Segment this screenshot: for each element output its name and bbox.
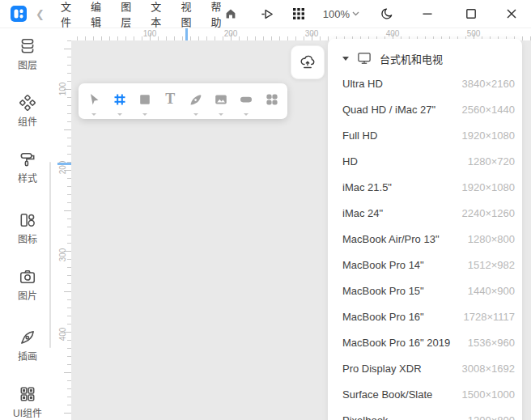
panel-section-title: 台式机和电视 [380,51,443,66]
components-icon [19,94,36,112]
ruler-label: 100 [58,83,67,96]
grid-apps-icon[interactable] [291,6,307,22]
upload-button[interactable] [291,45,325,79]
menu-text[interactable]: 文本 [151,0,162,29]
image-tool[interactable] [211,83,231,119]
frame-tool[interactable] [110,83,130,119]
component-icon [264,91,280,108]
window-minimize-button[interactable] [419,6,435,22]
home-icon[interactable] [223,6,239,22]
ruler-cursor-marker [57,163,71,165]
back-chevron-icon[interactable]: ❮ [36,9,45,19]
ruler-label: 300 [305,29,319,38]
ruler-cursor-marker [185,28,188,40]
menu-file[interactable]: 文件 [61,0,72,29]
preset-row[interactable]: MacBook Pro 15" 1440×900 [328,278,522,303]
camera-icon [19,268,36,286]
sidebar-item-components[interactable]: 组件 [0,94,55,128]
text-tool[interactable]: T [160,83,180,119]
dark-mode-moon-icon[interactable] [379,6,395,22]
panel-section-header[interactable]: 台式机和电视 [328,46,522,70]
rectangle-icon [137,91,153,108]
tool-dropdown-caret[interactable] [91,113,96,116]
preset-row[interactable]: MacBook Pro 14" 1512×982 [328,252,522,278]
tool-dropdown-caret[interactable] [244,113,249,116]
left-sidebar: 图层 组件 样式 图标 [0,28,55,420]
preset-row[interactable]: Pro Display XDR 3008×1692 [328,355,522,381]
pen-icon [188,91,204,108]
layers-icon [19,37,36,55]
pen-tool[interactable] [186,83,206,119]
ui-kit-icon [19,385,36,403]
preset-row[interactable]: Quad HD / iMac 27" 2560×1440 [328,96,522,122]
menu-layer[interactable]: 图层 [121,0,132,29]
canvas-toolbar: T [79,83,287,119]
preset-row[interactable]: MacBook Pro 16" 2019 1536×960 [328,329,522,355]
move-tool[interactable] [84,83,104,119]
menu-items: 文件 编辑 图层 文本 视图 帮助 [61,0,223,29]
vertical-ruler: 100 200 300 400 [55,40,71,420]
icon-library-icon [19,211,36,229]
device-preset-panel: 台式机和电视 Ultra HD 3840×2160 Quad HD / iMac… [328,39,522,420]
menu-edit[interactable]: 编辑 [91,0,102,29]
present-icon[interactable] [260,6,276,22]
ruler-label: 100 [143,29,157,38]
sidebar-item-icons[interactable]: 图标 [0,211,55,245]
collapse-triangle-icon [342,57,349,61]
ruler-label: 200 [224,29,238,38]
cursor-icon [86,91,102,108]
ruler-label: 400 [58,328,67,342]
preset-row[interactable]: Pixelbook 1200×800 [328,407,522,420]
component-tool[interactable] [262,83,282,119]
text-tool-icon: T [165,91,175,119]
topbar-right-controls: 100% [223,6,531,22]
cloud-upload-icon [299,53,316,71]
shape-tool[interactable] [135,83,155,119]
sidebar-item-ui-components[interactable]: UI组件 [0,385,55,419]
button-tool[interactable] [236,83,256,119]
preset-row[interactable]: Full HD 1920×1080 [328,122,522,148]
preset-row[interactable]: MacBook Air/Pro 13" 1280×800 [328,226,522,252]
sidebar-item-layers[interactable]: 图层 [0,37,55,71]
paint-roller-icon [19,151,36,168]
frame-icon [112,91,128,108]
window-close-button[interactable] [503,6,520,22]
pen-nib-icon [19,329,36,346]
ruler-label: 300 [58,248,67,262]
sidebar-item-styles[interactable]: 样式 [0,151,55,185]
button-pill-icon [238,91,254,108]
sidebar-item-illustrations[interactable]: 插画 [0,329,55,363]
image-icon [213,91,229,108]
chevron-down-icon [352,11,359,16]
app-logo-icon[interactable] [11,6,27,22]
preset-row[interactable]: Ultra HD 3840×2160 [328,70,522,96]
preset-row[interactable]: iMac 24" 2240×1260 [328,200,522,226]
preset-row[interactable]: MacBook Pro 16" 1728×1117 [328,303,522,329]
tool-dropdown-caret[interactable] [193,113,198,116]
app-window: ❮ 文件 编辑 图层 文本 视图 帮助 [0,0,531,420]
preset-row[interactable]: HD 1280×720 [328,148,522,174]
sidebar-item-images[interactable]: 图片 [0,268,55,302]
tool-dropdown-caret[interactable] [117,113,122,116]
ruler-label: 400 [386,29,400,38]
preset-row[interactable]: iMac 21.5" 1920×1080 [328,174,522,200]
tool-dropdown-caret[interactable] [142,113,147,116]
tool-dropdown-caret[interactable] [219,113,223,116]
zoom-value: 100% [323,8,350,20]
menu-help[interactable]: 帮助 [211,0,223,29]
monitor-icon [357,52,372,65]
zoom-control[interactable]: 100% [323,8,359,20]
ruler-label: 500 [467,29,481,38]
sidebar-scrollbar[interactable] [49,162,51,348]
menu-view[interactable]: 视图 [181,0,192,29]
preset-row[interactable]: Surface Book/Slate 1500×1000 [328,381,522,407]
top-menu-bar: ❮ 文件 编辑 图层 文本 视图 帮助 [0,0,531,28]
window-maximize-button[interactable] [463,6,479,22]
